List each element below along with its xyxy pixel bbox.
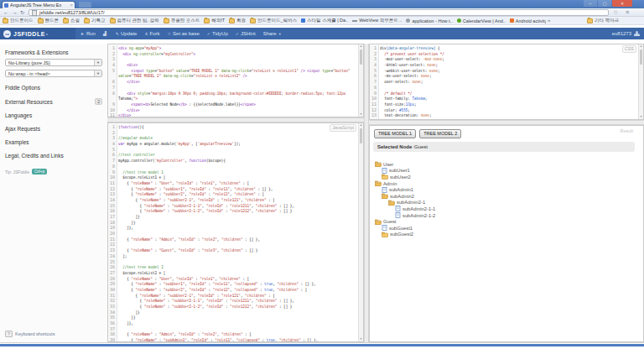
editor-code[interactable]: (function(){ //angular modulevar myApp =… [118, 124, 364, 341]
forward-icon[interactable]: → [12, 8, 18, 17]
sidebar-section-examples[interactable]: Examples [5, 139, 102, 145]
tree-node-subadmin2[interactable]: subAdmin2 [373, 193, 640, 200]
new-tab-button[interactable] [79, 2, 91, 8]
css-editor[interactable]: 12345678910111213div[data-angular-treevi… [369, 44, 644, 120]
set-as-base-button[interactable]: ☆Set as base [168, 31, 200, 36]
keyboard-shortcuts-link[interactable]: ? Keyboard shortcuts [5, 331, 55, 337]
bookmark-item[interactable]: 핸드폰 [38, 18, 60, 23]
line-number: 23 [108, 247, 117, 253]
share-button[interactable]: Share▼ [263, 31, 282, 36]
bookmark-item[interactable]: 유용한 포스트 [164, 18, 200, 23]
tree-node-subadmin2-1[interactable]: subAdmin2-1 [373, 200, 640, 206]
line-number: 6 [370, 73, 378, 79]
scroll-up-icon[interactable]: ▲ [359, 44, 363, 49]
tree-node-subadmin2-1-1[interactable]: subAdmin2-1-1 [373, 206, 640, 212]
scrollbar[interactable]: ▲▼ [638, 44, 643, 119]
code-line [118, 259, 364, 265]
tab-close-icon[interactable]: × [70, 3, 73, 8]
bookmark-item[interactable]: 쇼핑 [63, 18, 80, 23]
browser-tab-strip: AngularJS Tree Menu Ex × – ▢ ✕ [0, 0, 644, 8]
tree-node-subuser1[interactable]: subUser1 [373, 168, 640, 174]
bookmarks-overflow-icon[interactable]: » [548, 17, 550, 24]
editor-code[interactable]: div[data-angular-treeview] { /* prevent … [380, 45, 644, 119]
jshint-button[interactable]: ✓JSHint [236, 31, 256, 36]
address-bar[interactable]: jsfiddle.net/eu81273/8LWUc/17/ [29, 9, 609, 16]
window-maximize-button[interactable]: ▢ [598, 0, 611, 7]
scroll-up-icon[interactable]: ▲ [639, 44, 643, 49]
section-label: External Resources [5, 99, 53, 105]
html-editor[interactable]: 1234567891011<div ng-app="myApp"> <div n… [107, 44, 364, 117]
sidebar-section-fiddle-options[interactable]: Fiddle Options [5, 85, 102, 91]
bookmark-star-icon[interactable]: ☆ [613, 8, 618, 17]
sidebar-section-ajax-requests[interactable]: Ajax Requests [5, 126, 102, 132]
update-button[interactable]: ✎Update [116, 31, 138, 36]
tree-model-1-button[interactable]: TREE MODEL 1 [374, 129, 416, 138]
tab-favicon-icon [4, 3, 8, 8]
line-number: 7 [108, 85, 117, 91]
scroll-down-icon[interactable]: ▼ [359, 337, 363, 341]
bookmark-item[interactable]: 컴퓨터 관련 팁, 강좌 [110, 18, 159, 23]
sidebar-section-external-resources[interactable]: External Resources2 [5, 98, 102, 105]
user-menu[interactable]: eu81273 [612, 28, 639, 39]
library-select[interactable]: No-Library (pure JS) ▼ [5, 59, 102, 66]
bookmark-item[interactable]: Android activity for .. [510, 18, 546, 23]
editor-code[interactable]: <div ng-app="myApp"> <div ng-controller=… [118, 45, 364, 117]
bookmark-item[interactable]: 스타일 스케줄 | Da.. [301, 18, 348, 23]
bookmark-item[interactable]: 안드로이드 [3, 18, 34, 23]
scroll-up-icon[interactable]: ▲ [359, 123, 363, 128]
editor-gutter: 1234567891011 [108, 45, 117, 117]
tree-node-subguest1[interactable]: subGuest1 [373, 225, 640, 232]
code-line: value="TREE MODEL 2" data-ng-click="role… [118, 73, 364, 79]
line-number: 34 [108, 310, 117, 315]
window-close-button[interactable]: ✕ [612, 0, 632, 7]
tab-title: AngularJS Tree Menu Ex [10, 3, 68, 8]
folder-icon [164, 18, 169, 23]
tree-node-admin[interactable]: Admin [373, 180, 640, 187]
line-number: 16 [108, 208, 117, 214]
browser-menu-icon[interactable]: ≡ [626, 8, 629, 17]
fork-button[interactable]: ⋔Fork [144, 31, 159, 36]
sidebar-section-languages[interactable]: Languages [5, 112, 102, 118]
tree-model-2-button[interactable]: TREE MODEL 2 [419, 129, 461, 138]
scrollbar[interactable]: ▲▼ [358, 123, 363, 341]
back-icon[interactable]: ← [3, 8, 9, 17]
code-line [118, 56, 364, 62]
bookmark-item[interactable]: 회원 [229, 18, 246, 23]
code-line: { "roleName" : "subUser1", "roleId" : "r… [118, 186, 364, 192]
user-icon [634, 31, 639, 36]
code-line [118, 231, 364, 237]
reload-icon[interactable]: ↻ [20, 8, 24, 17]
js-editor[interactable]: 1234567891011121314151617181920212223242… [107, 122, 364, 342]
line-number [108, 73, 117, 79]
jsfiddle-logo-text: JSFIDDLE [13, 31, 45, 37]
line-number: 2 [370, 51, 378, 57]
bookmark-item[interactable]: WebView 외부폰트 .. [352, 18, 402, 23]
line-number: 22 [108, 242, 117, 247]
bookmark-item[interactable]: 해외IT [204, 18, 225, 23]
code-line: <div ng-app="myApp"> [118, 45, 364, 51]
bookmark-item[interactable]: 기독교 [84, 18, 106, 23]
tree-node-subguest2[interactable]: subGuest2 [373, 232, 640, 238]
scrollbar[interactable]: ▲▼ [358, 44, 363, 117]
tidyup-button[interactable]: ✓TidyUp [207, 31, 228, 36]
scroll-down-icon[interactable]: ▼ [359, 112, 363, 117]
code-line: -moz-user-select: -moz-none; [380, 56, 644, 62]
tree-node-subadmin1[interactable]: subAdmin1 [373, 186, 640, 193]
other-bookmarks-folder[interactable]: 기타 북마크 [587, 17, 619, 24]
tree-node-user[interactable]: User [373, 161, 640, 168]
chart-button[interactable]: ▟ [103, 31, 108, 36]
sidebar-section-legal-credits-and-links[interactable]: Legal, Credits and Links [5, 153, 102, 159]
tree-node-guest[interactable]: Guest [373, 218, 640, 225]
jsfiddle-logo[interactable]: co JSFIDDLE α [0, 28, 75, 39]
tree-node-subadmin2-1-2[interactable]: subAdmin2-1-2 [373, 212, 640, 219]
code-line: myApp.controller('myController', functio… [118, 158, 364, 164]
run-button[interactable]: ►Run [80, 31, 96, 36]
window-minimize-button[interactable]: – [584, 0, 597, 7]
bookmark-item[interactable]: 안드로이드_릭버스 [250, 18, 297, 23]
bookmark-item[interactable]: application - How t.. [406, 18, 452, 23]
wrap-select[interactable]: No wrap - in <head> ▼ [5, 70, 102, 77]
scroll-down-icon[interactable]: ▼ [639, 115, 643, 119]
browser-tab[interactable]: AngularJS Tree Menu Ex × [2, 1, 75, 8]
bookmark-item[interactable]: CalendarView | And.. [457, 18, 506, 23]
tree-node-subuser2[interactable]: subUser2 [373, 174, 640, 180]
